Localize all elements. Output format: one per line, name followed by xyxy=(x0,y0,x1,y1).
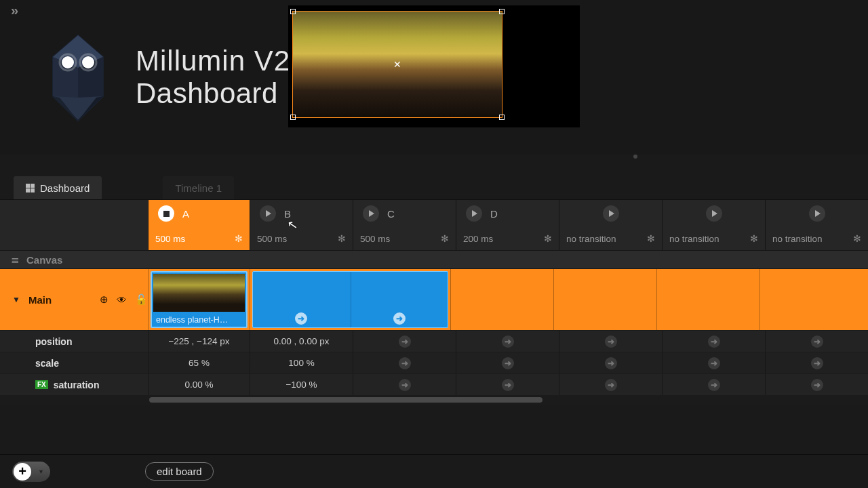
prop-scale-a[interactable]: 65 % xyxy=(148,352,250,373)
prop-saturation-f[interactable]: ➜ xyxy=(662,374,765,395)
prop-saturation-c[interactable]: ➜ xyxy=(353,374,456,395)
column-c-transition[interactable]: 500 ms xyxy=(360,234,390,244)
gear-icon[interactable]: ✻ xyxy=(853,233,861,244)
prop-position-g[interactable]: ➜ xyxy=(765,331,868,352)
gear-icon[interactable]: ✻ xyxy=(647,233,655,244)
stop-button[interactable] xyxy=(158,205,174,222)
visibility-eye-icon[interactable]: 👁 xyxy=(117,294,127,306)
prop-saturation-d[interactable]: ➜ xyxy=(456,374,559,395)
play-button[interactable] xyxy=(466,205,482,222)
column-b-transition[interactable]: 500 ms xyxy=(257,234,287,244)
prop-position-b[interactable]: 0.00 , 0.00 px xyxy=(250,331,353,352)
millumin-logo xyxy=(41,30,115,125)
prop-scale-b[interactable]: 100 % xyxy=(250,352,353,373)
app-title-block: Millumin V2 Dashboard xyxy=(41,30,290,125)
tab-dashboard-label: Dashboard xyxy=(40,182,90,194)
tab-timeline[interactable]: Timeline 1 xyxy=(163,176,234,199)
clip-cell-d[interactable] xyxy=(450,269,553,330)
prop-row-saturation: FX saturation 0.00 % −100 % ➜ ➜ ➜ ➜ ➜ xyxy=(0,373,868,395)
clip-cell-g[interactable] xyxy=(760,269,863,330)
clip-cell-e[interactable] xyxy=(553,269,656,330)
scrollbar-thumb[interactable] xyxy=(149,397,542,403)
prop-position-e[interactable]: ➜ xyxy=(559,331,662,352)
prop-row-position: position −225 , −124 px 0.00 , 0.00 px ➜… xyxy=(0,330,868,352)
column-g[interactable]: no transition✻ xyxy=(765,200,868,250)
column-a[interactable]: A 500 ms ✻ xyxy=(148,200,250,250)
fx-badge: FX xyxy=(35,380,48,389)
column-g-transition[interactable]: no transition xyxy=(772,234,823,244)
gear-icon[interactable]: ✻ xyxy=(441,233,449,244)
column-c[interactable]: C 500 ms ✻ xyxy=(353,200,456,250)
prop-scale-e[interactable]: ➜ xyxy=(559,352,662,373)
canvas-preview[interactable]: ✕ xyxy=(288,5,580,127)
clip-continuation[interactable]: ➜ ➜ xyxy=(252,271,448,328)
column-b[interactable]: B 500 ms ✻ xyxy=(250,200,353,250)
prop-saturation-a[interactable]: 0.00 % xyxy=(148,374,250,395)
prop-position-f[interactable]: ➜ xyxy=(662,331,765,352)
prop-scale-f[interactable]: ➜ xyxy=(662,352,765,373)
horizontal-scrollbar[interactable] xyxy=(0,395,868,405)
gear-icon[interactable]: ✻ xyxy=(544,233,552,244)
resize-handle-tr[interactable] xyxy=(499,9,505,14)
play-button[interactable] xyxy=(706,205,722,222)
add-layer-button[interactable]: + ▾ xyxy=(12,462,50,482)
column-e-transition[interactable]: no transition xyxy=(566,234,616,244)
resize-handle-br[interactable] xyxy=(499,115,505,120)
gear-icon[interactable]: ✻ xyxy=(338,233,346,244)
column-f-transition[interactable]: no transition xyxy=(669,234,719,244)
resize-handle-tl[interactable] xyxy=(290,9,296,14)
layer-main-header[interactable]: ▼ Main ⊕ 👁 🔓 xyxy=(0,269,148,330)
selection-rect[interactable]: ✕ xyxy=(292,11,502,118)
column-d[interactable]: D 200 ms ✻ xyxy=(456,200,559,250)
tab-dashboard[interactable]: Dashboard xyxy=(14,176,102,199)
gear-icon[interactable]: ✻ xyxy=(235,233,243,244)
continue-arrow-icon: ➜ xyxy=(708,336,720,348)
prop-scale-d[interactable]: ➜ xyxy=(456,352,559,373)
prop-saturation-g[interactable]: ➜ xyxy=(765,374,868,395)
app-title: Millumin V2 xyxy=(136,45,290,77)
lock-icon[interactable]: 🔓 xyxy=(135,293,148,306)
play-button[interactable] xyxy=(603,205,619,222)
clip-cell-a[interactable]: endless planet-H… xyxy=(148,269,250,330)
play-button[interactable] xyxy=(809,205,825,222)
continue-arrow-icon: ➜ xyxy=(811,357,823,369)
prop-position-c[interactable]: ➜ xyxy=(353,331,456,352)
disclosure-triangle-icon[interactable]: ▼ xyxy=(12,295,20,304)
prop-saturation-e[interactable]: ➜ xyxy=(559,374,662,395)
prop-saturation-b[interactable]: −100 % xyxy=(250,374,353,395)
gear-icon[interactable]: ✻ xyxy=(750,233,758,244)
column-headers: A 500 ms ✻ B 500 ms ✻ C 500 ms xyxy=(0,200,868,250)
play-button[interactable] xyxy=(260,205,276,222)
column-a-label: A xyxy=(182,208,189,220)
continue-arrow-icon[interactable]: ➜ xyxy=(295,312,307,325)
column-d-transition[interactable]: 200 ms xyxy=(463,234,493,244)
clip-cell-bc[interactable]: ➜ ➜ xyxy=(250,269,450,330)
column-f[interactable]: no transition✻ xyxy=(662,200,765,250)
canvas-preview-region: » Millumin V2 Dashboard ✕ xyxy=(0,0,868,155)
prop-scale-c[interactable]: ➜ xyxy=(353,352,456,373)
column-e[interactable]: no transition✻ xyxy=(559,200,662,250)
clip-cell-f[interactable] xyxy=(656,269,760,330)
anchor-center-icon[interactable]: ✕ xyxy=(393,59,401,70)
layer-name[interactable]: Main xyxy=(28,294,92,306)
plus-icon: + xyxy=(14,463,31,481)
prop-scale-g[interactable]: ➜ xyxy=(765,352,868,373)
svg-point-6 xyxy=(62,56,74,68)
dropdown-chevron-icon[interactable]: ▾ xyxy=(31,468,50,475)
column-a-transition[interactable]: 500 ms xyxy=(155,234,185,244)
play-button[interactable] xyxy=(363,205,379,222)
continue-arrow-icon[interactable]: ➜ xyxy=(393,312,406,325)
expand-panel-icon[interactable]: » xyxy=(11,3,18,18)
clip-endless-planet[interactable]: endless planet-H… xyxy=(151,271,248,328)
prop-position-label: position xyxy=(35,336,72,347)
column-d-label: D xyxy=(490,208,498,220)
canvas-header-row[interactable]: ≣ Canvas xyxy=(0,250,868,269)
resize-handle-bl[interactable] xyxy=(290,115,296,120)
continue-arrow-icon: ➜ xyxy=(811,379,823,391)
prop-scale-label: scale xyxy=(35,358,59,369)
add-target-icon[interactable]: ⊕ xyxy=(100,293,108,306)
prop-position-d[interactable]: ➜ xyxy=(456,331,559,352)
continue-arrow-icon: ➜ xyxy=(502,357,514,369)
edit-board-button[interactable]: edit board xyxy=(145,462,214,481)
prop-position-a[interactable]: −225 , −124 px xyxy=(148,331,250,352)
